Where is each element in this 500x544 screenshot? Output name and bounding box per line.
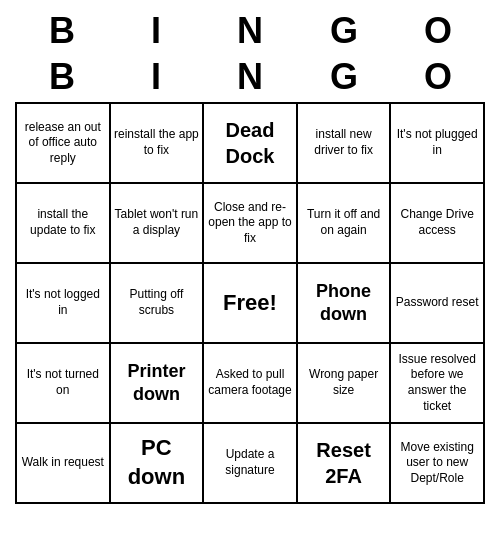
bingo-cell-2[interactable]: Dead Dock [204, 104, 298, 184]
bingo-cell-11[interactable]: Putting off scrubs [111, 264, 205, 344]
bingo-cell-13[interactable]: Phone down [298, 264, 392, 344]
bingo-cell-4[interactable]: It's not plugged in [391, 104, 485, 184]
bingo-cell-12[interactable]: Free! [204, 264, 298, 344]
bingo-cell-10[interactable]: It's not logged in [17, 264, 111, 344]
title-letter-o: O [394, 10, 482, 52]
bingo-cell-22[interactable]: Update a signature [204, 424, 298, 504]
title-letter-n: N [206, 56, 294, 98]
bingo-cell-20[interactable]: Walk in request [17, 424, 111, 504]
title-letter-o: O [394, 56, 482, 98]
bingo-cell-9[interactable]: Change Drive access [391, 184, 485, 264]
bingo-grid: release an out of office auto replyreins… [15, 102, 485, 504]
title-row: BINGO [15, 56, 485, 98]
bingo-cell-1[interactable]: reinstall the app to fix [111, 104, 205, 184]
bingo-cell-19[interactable]: Issue resolved before we answer the tick… [391, 344, 485, 424]
title-letter-b: B [18, 10, 106, 52]
bingo-cell-5[interactable]: install the update to fix [17, 184, 111, 264]
bingo-cell-8[interactable]: Turn it off and on again [298, 184, 392, 264]
title-letter-g: G [300, 10, 388, 52]
bingo-cell-17[interactable]: Asked to pull camera footage [204, 344, 298, 424]
title-letter-b: B [18, 56, 106, 98]
bingo-cell-16[interactable]: Printer down [111, 344, 205, 424]
bingo-cell-24[interactable]: Move existing user to new Dept/Role [391, 424, 485, 504]
title-letter-i: I [112, 56, 200, 98]
bingo-cell-21[interactable]: PC down [111, 424, 205, 504]
bingo-card: BINGO release an out of office auto repl… [15, 56, 485, 504]
bingo-title: BINGO [15, 10, 485, 52]
title-letter-g: G [300, 56, 388, 98]
bingo-cell-15[interactable]: It's not turned on [17, 344, 111, 424]
title-letter-n: N [206, 10, 294, 52]
bingo-cell-7[interactable]: Close and re-open the app to fix [204, 184, 298, 264]
bingo-cell-3[interactable]: install new driver to fix [298, 104, 392, 184]
bingo-cell-14[interactable]: Password reset [391, 264, 485, 344]
bingo-cell-18[interactable]: Wrong paper size [298, 344, 392, 424]
title-letter-i: I [112, 10, 200, 52]
bingo-cell-0[interactable]: release an out of office auto reply [17, 104, 111, 184]
bingo-cell-6[interactable]: Tablet won't run a display [111, 184, 205, 264]
bingo-cell-23[interactable]: Reset 2FA [298, 424, 392, 504]
